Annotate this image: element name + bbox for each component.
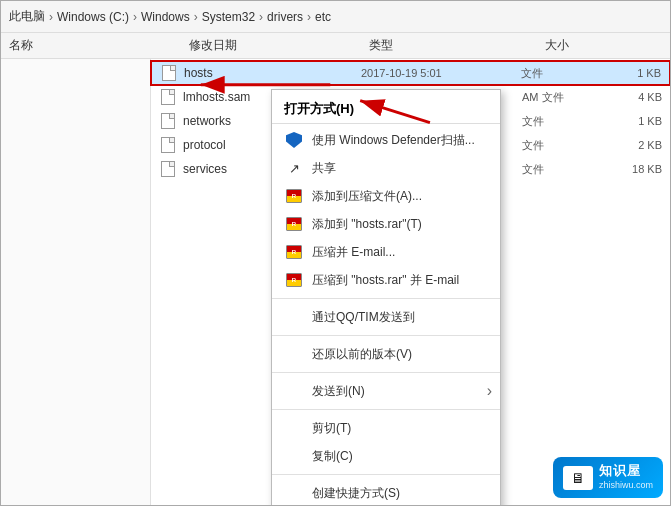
- menu-label-share: 共享: [312, 160, 336, 177]
- menu-item-cut[interactable]: 剪切(T): [272, 414, 500, 442]
- menu-label-compress-rar-email: 压缩到 "hosts.rar" 并 E-mail: [312, 272, 459, 289]
- menu-item-share[interactable]: ↗ 共享: [272, 154, 500, 182]
- file-size-lmhosts: 4 KB: [602, 91, 662, 103]
- file-size-protocol: 2 KB: [602, 139, 662, 151]
- menu-label-open-with: 打开方式(H): [284, 100, 354, 118]
- breadcrumb-sep-0: ›: [49, 10, 53, 24]
- breadcrumb-item-0[interactable]: 此电脑: [9, 8, 45, 25]
- breadcrumb-item-3[interactable]: System32: [202, 10, 255, 24]
- breadcrumb-sep-3: ›: [259, 10, 263, 24]
- menu-label-restore: 还原以前的版本(V): [312, 346, 412, 363]
- menu-label-send-to: 发送到(N): [312, 383, 365, 400]
- menu-label-send-qq: 通过QQ/TIM发送到: [312, 309, 415, 326]
- menu-item-send-to[interactable]: 发送到(N): [272, 377, 500, 405]
- sidebar: [1, 59, 151, 505]
- context-menu: 打开方式(H) 使用 Windows Defender扫描... ↗ 共享: [271, 89, 501, 505]
- qq-icon: [284, 307, 304, 327]
- rar-icon-4: R: [284, 270, 304, 290]
- file-list: hosts 2017-10-19 5:01 文件 1 KB lmhosts.sa…: [151, 59, 670, 505]
- cut-icon: [284, 418, 304, 438]
- send-to-icon: [284, 381, 304, 401]
- file-icon-services: [159, 160, 177, 178]
- explorer-window: 此电脑 › Windows (C:) › Windows › System32 …: [0, 0, 671, 506]
- menu-item-restore[interactable]: 还原以前的版本(V): [272, 340, 500, 368]
- menu-label-compress-email: 压缩并 E-mail...: [312, 244, 395, 261]
- menu-label-add-zip: 添加到压缩文件(A)...: [312, 188, 422, 205]
- breadcrumb-sep-1: ›: [133, 10, 137, 24]
- rar-icon-3: R: [284, 242, 304, 262]
- file-name-hosts: hosts: [184, 66, 361, 80]
- menu-label-add-rar: 添加到 "hosts.rar"(T): [312, 216, 422, 233]
- copy-icon: [284, 446, 304, 466]
- breadcrumb-bar: 此电脑 › Windows (C:) › Windows › System32 …: [1, 1, 670, 33]
- menu-item-compress-email[interactable]: R 压缩并 E-mail...: [272, 238, 500, 266]
- file-type-lmhosts: AM 文件: [522, 90, 602, 105]
- menu-item-create-shortcut[interactable]: 创建快捷方式(S): [272, 479, 500, 505]
- file-item-hosts[interactable]: hosts 2017-10-19 5:01 文件 1 KB: [151, 61, 670, 85]
- menu-sep-4: [272, 409, 500, 410]
- breadcrumb-sep-4: ›: [307, 10, 311, 24]
- breadcrumb-item-5[interactable]: etc: [315, 10, 331, 24]
- watermark-url: zhishiwu.com: [599, 480, 653, 492]
- file-size-hosts: 1 KB: [601, 67, 661, 79]
- restore-icon: [284, 344, 304, 364]
- breadcrumb-sep-2: ›: [194, 10, 198, 24]
- menu-sep-3: [272, 372, 500, 373]
- menu-sep-5: [272, 474, 500, 475]
- rar-icon-2: R: [284, 214, 304, 234]
- col-header-name[interactable]: 名称: [9, 37, 189, 54]
- menu-item-add-zip[interactable]: R 添加到压缩文件(A)...: [272, 182, 500, 210]
- watermark-name: 知识屋: [599, 463, 653, 480]
- menu-item-compress-rar-email[interactable]: R 压缩到 "hosts.rar" 并 E-mail: [272, 266, 500, 294]
- share-icon: ↗: [284, 158, 304, 178]
- menu-label-defender: 使用 Windows Defender扫描...: [312, 132, 475, 149]
- col-header-type[interactable]: 类型: [369, 37, 489, 54]
- file-icon-networks: [159, 112, 177, 130]
- file-type-services: 文件: [522, 162, 602, 177]
- file-size-networks: 1 KB: [602, 115, 662, 127]
- menu-item-open-with[interactable]: 打开方式(H): [272, 94, 500, 124]
- file-icon-protocol: [159, 136, 177, 154]
- menu-label-copy: 复制(C): [312, 448, 353, 465]
- breadcrumb-item-2[interactable]: Windows: [141, 10, 190, 24]
- menu-item-send-qq[interactable]: 通过QQ/TIM发送到: [272, 303, 500, 331]
- shortcut-icon: [284, 483, 304, 503]
- file-type-hosts: 文件: [521, 66, 601, 81]
- watermark-badge: 🖥 知识屋 zhishiwu.com: [553, 457, 663, 498]
- breadcrumb-item-4[interactable]: drivers: [267, 10, 303, 24]
- main-area: hosts 2017-10-19 5:01 文件 1 KB lmhosts.sa…: [1, 59, 670, 505]
- menu-label-create-shortcut: 创建快捷方式(S): [312, 485, 400, 502]
- breadcrumb-item-1[interactable]: Windows (C:): [57, 10, 129, 24]
- col-header-date[interactable]: 修改日期: [189, 37, 369, 54]
- col-header-size[interactable]: 大小: [489, 37, 569, 54]
- file-icon-lmhosts: [159, 88, 177, 106]
- file-date-hosts: 2017-10-19 5:01: [361, 67, 521, 79]
- menu-item-defender[interactable]: 使用 Windows Defender扫描...: [272, 126, 500, 154]
- file-icon-hosts: [160, 64, 178, 82]
- menu-sep-2: [272, 335, 500, 336]
- column-headers: 名称 修改日期 类型 大小: [1, 33, 670, 59]
- file-size-services: 18 KB: [602, 163, 662, 175]
- menu-item-copy[interactable]: 复制(C): [272, 442, 500, 470]
- file-type-protocol: 文件: [522, 138, 602, 153]
- menu-label-cut: 剪切(T): [312, 420, 351, 437]
- menu-sep-1: [272, 298, 500, 299]
- rar-icon-1: R: [284, 186, 304, 206]
- watermark-text: 知识屋 zhishiwu.com: [599, 463, 653, 492]
- menu-item-add-rar[interactable]: R 添加到 "hosts.rar"(T): [272, 210, 500, 238]
- file-type-networks: 文件: [522, 114, 602, 129]
- defender-icon: [284, 130, 304, 150]
- watermark-icon: 🖥: [563, 466, 593, 490]
